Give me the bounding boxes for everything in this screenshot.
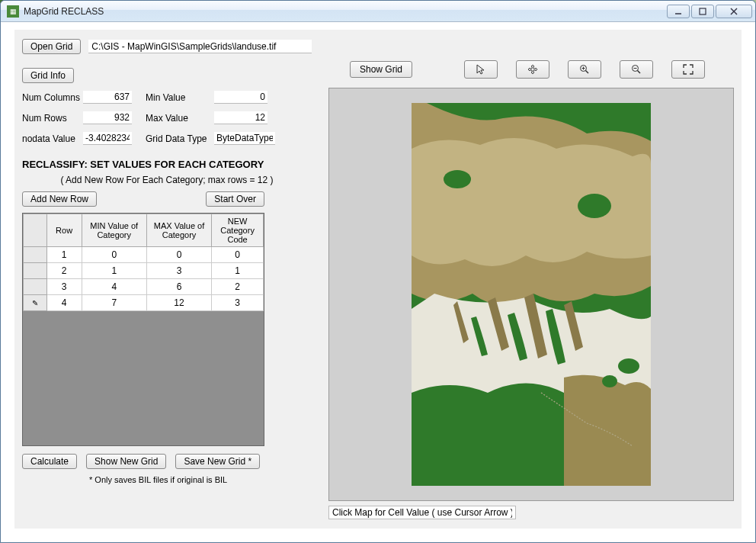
num-columns-label: Num Columns [22, 92, 83, 103]
cursor-icon [475, 63, 487, 76]
pan-icon [527, 63, 539, 76]
zoom-in-icon [578, 63, 591, 76]
max-value-field[interactable] [214, 111, 267, 124]
table-header-new: NEW Category Code [212, 214, 264, 247]
nodata-label: nodata Value [22, 133, 83, 144]
row-marker [24, 279, 47, 295]
min-value-label: Min Value [146, 92, 214, 103]
cell-row[interactable]: 4 [46, 295, 82, 311]
show-new-grid-button[interactable]: Show New Grid [86, 454, 166, 469]
svg-point-14 [618, 358, 639, 374]
map-canvas[interactable] [328, 88, 734, 501]
datatype-field[interactable] [214, 132, 275, 145]
table-header-max: MAX Value of Category [146, 214, 211, 247]
show-grid-button[interactable]: Show Grid [350, 61, 412, 78]
titlebar: ▦ MapGrid RECLASS [1, 1, 755, 22]
svg-rect-1 [700, 8, 706, 14]
datatype-label: Grid Data Type [146, 133, 214, 144]
table-row[interactable]: 2131 [24, 263, 264, 279]
svg-point-12 [578, 194, 611, 218]
cell-max[interactable]: 3 [146, 263, 211, 279]
row-marker [24, 263, 47, 279]
zoom-in-tool[interactable] [568, 60, 601, 79]
cell-row[interactable]: 3 [46, 279, 82, 295]
window-title: MapGrid RECLASS [22, 6, 665, 17]
minimize-button[interactable] [667, 5, 690, 18]
table-row[interactable]: 3462 [24, 279, 264, 295]
cell-min[interactable]: 4 [82, 279, 146, 295]
save-new-grid-button[interactable]: Save New Grid * [175, 454, 260, 469]
maximize-button[interactable] [691, 5, 714, 18]
table-row[interactable]: 1000 [24, 247, 264, 263]
cell-max[interactable]: 0 [146, 247, 211, 263]
num-rows-label: Num Rows [22, 113, 83, 124]
svg-point-15 [602, 375, 617, 387]
grid-path-input[interactable] [88, 40, 312, 53]
reclassify-title: RECLASSIFY: SET VALUES FOR EACH CATEGORY [22, 159, 312, 170]
svg-point-13 [444, 170, 471, 188]
cell-new[interactable]: 3 [212, 295, 264, 311]
reclass-table-container: Row MIN Value of Category MAX Value of C… [22, 213, 264, 446]
map-status-input[interactable] [328, 506, 516, 519]
grid-info-button[interactable]: Grid Info [22, 68, 74, 83]
table-header-min: MIN Value of Category [82, 214, 146, 247]
zoom-out-icon [630, 63, 642, 76]
cell-new[interactable]: 1 [212, 263, 264, 279]
zoom-out-tool[interactable] [620, 60, 653, 79]
app-icon: ▦ [7, 5, 19, 18]
cell-row[interactable]: 2 [46, 263, 82, 279]
pan-tool[interactable] [516, 60, 549, 79]
map-image [412, 103, 651, 486]
cell-max[interactable]: 6 [146, 279, 211, 295]
open-grid-button[interactable]: Open Grid [22, 39, 81, 54]
cell-max[interactable]: 12 [146, 295, 211, 311]
row-marker [24, 247, 47, 263]
cursor-tool[interactable] [464, 60, 498, 79]
min-value-field[interactable] [214, 91, 267, 104]
num-rows-field[interactable] [83, 111, 132, 124]
table-header-row: Row [46, 214, 82, 247]
svg-line-9 [638, 71, 641, 74]
left-panel: Open Grid Grid Info Num Columns Min Valu… [22, 39, 312, 484]
right-panel: Show Grid [328, 60, 734, 521]
full-extent-tool[interactable] [671, 60, 705, 79]
svg-line-5 [586, 71, 589, 74]
max-value-label: Max Value [146, 113, 214, 124]
table-row[interactable]: ✎47123 [24, 295, 264, 311]
footnote: * Only saves BIL files if original is BI… [89, 475, 312, 484]
add-new-row-button[interactable]: Add New Row [22, 191, 97, 207]
start-over-button[interactable]: Start Over [206, 191, 264, 207]
cell-min[interactable]: 7 [82, 295, 146, 311]
reclassify-subtext: ( Add New Row For Each Category; max row… [22, 173, 312, 191]
cell-row[interactable]: 1 [46, 247, 82, 263]
app-window: ▦ MapGrid RECLASS Open Grid Grid Info Nu… [0, 0, 756, 543]
num-columns-field[interactable] [83, 91, 132, 104]
close-button[interactable] [716, 5, 752, 18]
cell-new[interactable]: 2 [212, 279, 264, 295]
cell-new[interactable]: 0 [212, 247, 264, 263]
reclass-table[interactable]: Row MIN Value of Category MAX Value of C… [23, 214, 264, 311]
calculate-button[interactable]: Calculate [22, 454, 77, 469]
cell-min[interactable]: 1 [82, 263, 146, 279]
map-toolbar: Show Grid [350, 60, 734, 79]
content-area: Open Grid Grid Info Num Columns Min Valu… [14, 30, 742, 529]
row-marker: ✎ [24, 295, 47, 311]
expand-icon [682, 63, 694, 76]
table-header-mark [24, 214, 47, 247]
nodata-field[interactable] [83, 132, 132, 145]
cell-min[interactable]: 0 [82, 247, 146, 263]
